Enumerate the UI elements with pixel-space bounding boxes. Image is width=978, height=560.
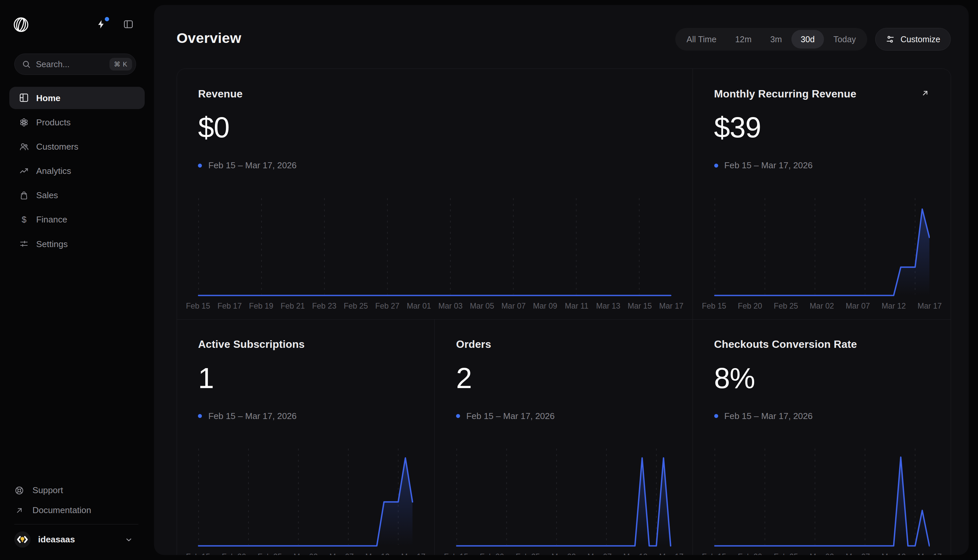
checkouts-conversion-card[interactable]: Checkouts Conversion Rate 8% Feb 15 – Ma…	[693, 320, 951, 555]
panel-toggle-icon	[123, 18, 134, 30]
sidebar-item-label: Home	[36, 92, 60, 103]
events-button[interactable]	[96, 19, 106, 29]
mrr-card[interactable]: Monthly Recurring Revenue $39 Feb 15 – M…	[693, 69, 951, 320]
axis-tick-label: Mar 05	[470, 302, 494, 311]
x-axis-ticks: Feb 15Feb 20Feb 25Mar 02Mar 07Mar 12Mar …	[456, 552, 671, 555]
time-filter-12m[interactable]: 12m	[726, 30, 761, 48]
legend-ring-icon	[198, 414, 202, 418]
date-range-label: Feb 15 – Mar 17, 2026	[208, 160, 297, 171]
active-subscriptions-chart	[198, 448, 413, 547]
axis-tick-label: Feb 19	[249, 302, 274, 311]
sidebar-item-label: Analytics	[36, 165, 71, 176]
axis-tick-label: Mar 13	[596, 302, 621, 311]
revenue-chart	[198, 198, 671, 297]
date-range-label: Feb 15 – Mar 17, 2026	[724, 160, 813, 171]
support-icon	[14, 485, 24, 495]
search-box[interactable]: ⌘ K	[14, 53, 136, 75]
axis-tick-label: Feb 15	[702, 302, 726, 311]
sidebar-item-sales[interactable]: Sales	[9, 184, 145, 207]
sidebar-item-customers[interactable]: Customers	[9, 135, 145, 158]
sidebar-item-label: Customers	[36, 141, 78, 152]
sidebar-footer-nav: Support Documentation	[14, 482, 139, 519]
axis-tick-label: Feb 15	[186, 552, 210, 555]
org-avatar	[14, 532, 31, 548]
sidebar-toggle-button[interactable]	[123, 18, 134, 30]
checkouts-conversion-chart	[714, 448, 930, 547]
customize-button[interactable]: Customize	[875, 28, 951, 50]
revenue-card[interactable]: Revenue $0 Feb 15 – Mar 17, 2026 Feb 15F…	[177, 69, 693, 320]
card-value: 1	[198, 362, 413, 395]
sidebar-item-label: Finance	[36, 214, 67, 225]
axis-tick-label: Mar 01	[407, 302, 431, 311]
axis-tick-label: Feb 25	[344, 302, 368, 311]
axis-tick-label: Feb 25	[774, 302, 798, 311]
card-title: Active Subscriptions	[198, 338, 305, 350]
axis-tick-label: Mar 03	[439, 302, 463, 311]
date-range-label: Feb 15 – Mar 17, 2026	[724, 411, 813, 421]
search-icon	[22, 60, 31, 69]
axis-tick-label: Feb 27	[375, 302, 399, 311]
time-filter-all-time[interactable]: All Time	[677, 30, 726, 48]
x-axis-ticks: Feb 15Feb 20Feb 25Mar 02Mar 07Mar 12Mar …	[714, 302, 930, 312]
card-value: 2	[456, 362, 671, 395]
sidebar-item-products[interactable]: Products	[9, 111, 145, 134]
customize-label: Customize	[901, 35, 940, 44]
legend-ring-icon	[198, 163, 202, 168]
axis-tick-label: Mar 17	[659, 302, 684, 311]
legend-ring-icon	[714, 414, 718, 418]
time-filter-30d[interactable]: 30d	[791, 30, 824, 48]
axis-tick-label: Mar 07	[846, 302, 870, 311]
sidebar-item-finance[interactable]: $ Finance	[9, 208, 145, 231]
sidebar-item-home[interactable]: Home	[9, 87, 145, 109]
sidebar-item-label: Support	[33, 485, 63, 495]
card-title: Checkouts Conversion Rate	[714, 338, 857, 350]
chart-svg	[456, 448, 671, 547]
org-switcher[interactable]: ideasaas	[14, 524, 139, 555]
chart-svg	[198, 198, 671, 297]
active-subscriptions-card[interactable]: Active Subscriptions 1 Feb 15 – Mar 17, …	[177, 320, 435, 555]
sidebar-item-settings[interactable]: Settings	[9, 232, 145, 255]
notification-dot	[105, 17, 109, 21]
analytics-icon	[18, 166, 29, 176]
sidebar: ⌘ K Home Products Customers Analytics Sa…	[0, 0, 154, 560]
axis-tick-label: Feb 15	[444, 552, 468, 555]
metrics-grid: Revenue $0 Feb 15 – Mar 17, 2026 Feb 15F…	[177, 68, 951, 555]
axis-tick-label: Feb 25	[516, 552, 540, 555]
card-value: 8%	[714, 362, 930, 395]
axis-tick-label: Mar 07	[329, 552, 354, 555]
external-link-icon	[14, 506, 24, 515]
finance-icon: $	[18, 215, 29, 224]
sidebar-item-documentation[interactable]: Documentation	[14, 502, 139, 519]
axis-tick-label: Feb 15	[702, 552, 726, 555]
card-title: Revenue	[198, 88, 242, 100]
date-range-label: Feb 15 – Mar 17, 2026	[208, 411, 297, 421]
sidebar-nav: Home Products Customers Analytics Sales$…	[9, 87, 145, 255]
axis-tick-label: Mar 02	[552, 552, 576, 555]
time-filter-3m[interactable]: 3m	[761, 30, 791, 48]
polar-logo	[12, 16, 30, 33]
x-axis-ticks: Feb 15Feb 17Feb 19Feb 21Feb 23Feb 25Feb …	[198, 302, 671, 312]
axis-tick-label: Mar 02	[809, 552, 834, 555]
axis-tick-label: Mar 17	[659, 552, 684, 555]
axis-tick-label: Mar 12	[881, 302, 906, 311]
axis-tick-label: Mar 07	[501, 302, 526, 311]
sliders-icon	[886, 35, 895, 44]
search-input[interactable]	[31, 60, 109, 69]
axis-tick-label: Mar 02	[809, 302, 834, 311]
axis-tick-label: Feb 15	[186, 302, 210, 311]
customers-icon	[18, 141, 29, 152]
external-link-button[interactable]	[921, 89, 930, 97]
axis-tick-label: Feb 23	[312, 302, 336, 311]
legend-ring-icon	[456, 414, 460, 418]
sidebar-item-label: Products	[36, 117, 71, 128]
time-filter-today[interactable]: Today	[824, 30, 865, 48]
card-value: $0	[198, 111, 671, 144]
axis-tick-label: Mar 17	[918, 552, 942, 555]
axis-tick-label: Mar 11	[565, 302, 589, 311]
axis-tick-label: Feb 20	[222, 552, 246, 555]
axis-tick-label: Mar 12	[365, 552, 389, 555]
sidebar-item-support[interactable]: Support	[14, 482, 139, 499]
sidebar-item-analytics[interactable]: Analytics	[9, 160, 145, 182]
date-range-label: Feb 15 – Mar 17, 2026	[466, 411, 555, 421]
orders-card[interactable]: Orders 2 Feb 15 – Mar 17, 2026 Feb 15Feb…	[435, 320, 693, 555]
